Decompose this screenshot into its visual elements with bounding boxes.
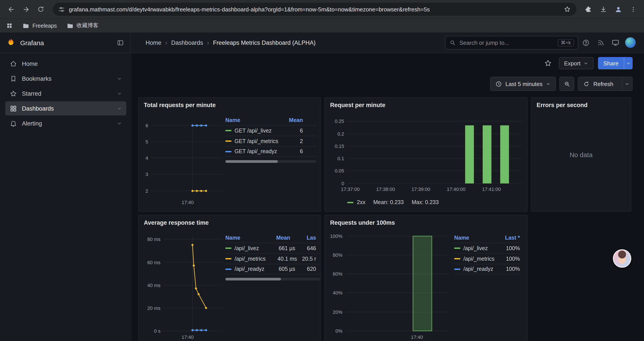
sidebar-item-bookmarks[interactable]: Bookmarks: [5, 72, 126, 86]
refresh-button[interactable]: Refresh: [578, 77, 632, 91]
legend-row[interactable]: GET /api/_readyz 6: [225, 146, 316, 157]
display-icon[interactable]: [608, 35, 623, 50]
folder-icon: [22, 22, 29, 29]
chart-legend[interactable]: 2xx Mean: 0.233 Max: 0.233: [347, 199, 439, 205]
legend-row[interactable]: /api/_livez 661 µs 646: [225, 243, 321, 253]
chevron-down-icon[interactable]: [117, 91, 122, 96]
svg-text:80%: 80%: [333, 252, 342, 258]
column-header-mean[interactable]: Mean: [268, 235, 290, 241]
column-header-mean[interactable]: Mean: [281, 117, 303, 123]
column-header-name[interactable]: Name: [225, 117, 281, 123]
column-header-name[interactable]: Name: [454, 235, 496, 241]
profile-icon[interactable]: [612, 3, 625, 16]
panel-title[interactable]: Total requests per minute: [138, 98, 320, 108]
column-header-last[interactable]: Las: [290, 235, 316, 241]
legend-max: Max: 0.233: [412, 199, 439, 205]
legend-scrollbar[interactable]: [225, 160, 316, 163]
bookmark-folder-freeleaps[interactable]: Freeleaps: [22, 22, 57, 29]
legend-row[interactable]: /api/_readyz 100%: [454, 264, 520, 274]
main-content: Export Share Last 5 minutes: [132, 53, 644, 341]
collapse-sidebar-icon[interactable]: [116, 39, 124, 46]
breadcrumb-dashboards[interactable]: Dashboards: [171, 39, 203, 46]
timeseries-chart[interactable]: 6543217:40: [138, 115, 224, 210]
url-bar[interactable]: grafana.mathmast.com/d/deytv4rwavabkb/fr…: [52, 3, 576, 16]
svg-text:5: 5: [146, 139, 148, 145]
chevron-down-icon[interactable]: [117, 76, 122, 81]
bookmark-star-icon[interactable]: [564, 6, 571, 13]
favorite-star-icon[interactable]: [541, 57, 554, 70]
brand-block: Grafana: [6, 33, 131, 53]
chevron-down-icon[interactable]: [117, 106, 122, 111]
folder-icon: [66, 22, 74, 29]
column-header-name[interactable]: Name: [225, 235, 268, 241]
sidebar-item-label: Starred: [22, 90, 42, 97]
browser-menu-icon[interactable]: [626, 3, 640, 16]
svg-text:0%: 0%: [335, 328, 342, 334]
back-icon[interactable]: [4, 3, 18, 16]
legend-row[interactable]: /api/_metrics 40.1 ms 20.5 r: [225, 253, 321, 264]
url-text[interactable]: grafana.mathmast.com/d/deytv4rwavabkb/fr…: [69, 6, 560, 13]
assistant-avatar[interactable]: [613, 249, 631, 268]
legend-row[interactable]: GET /api/_metrics 2: [225, 136, 316, 146]
panel-title[interactable]: Requests under 100ms: [325, 215, 527, 226]
search-input[interactable]: Search or jump to... ⌘+k: [445, 36, 578, 49]
legend-table: Name Mean GET /api/_livez 6 GET /api/_me…: [225, 115, 316, 163]
legend-row[interactable]: /api/_readyz 605 µs 620: [225, 264, 321, 274]
sidebar-item-home[interactable]: Home: [5, 57, 126, 71]
zoom-out-button[interactable]: [560, 77, 574, 91]
screen: grafana.mathmast.com/d/deytv4rwavabkb/fr…: [0, 0, 644, 341]
sidebar-item-alerting[interactable]: Alerting: [5, 116, 126, 130]
svg-text:40%: 40%: [333, 290, 342, 295]
svg-text:0.05: 0.05: [335, 168, 344, 174]
breadcrumb: Home › Dashboards › Freeleaps Metrics Da…: [146, 39, 316, 46]
sidebar-item-dashboards[interactable]: Dashboards: [5, 101, 126, 115]
breadcrumb-current: Freeleaps Metrics Dashboard (ALPHA): [213, 39, 316, 46]
reload-icon[interactable]: [34, 3, 47, 16]
export-button[interactable]: Export: [559, 57, 594, 69]
scrollbar-thumb[interactable]: [225, 278, 281, 280]
panel-title[interactable]: Request per minute: [325, 98, 527, 108]
legend-row[interactable]: GET /api/_livez 6: [225, 125, 316, 136]
bar-chart[interactable]: 100%80%60%40%20%0%17:40: [325, 233, 452, 341]
downloads-icon[interactable]: [597, 3, 610, 16]
chevron-down-icon[interactable]: [117, 121, 122, 126]
panel-title[interactable]: Average response time: [138, 215, 320, 226]
column-header-last[interactable]: Last *: [496, 235, 520, 241]
series-dash-icon: [454, 258, 460, 259]
news-icon[interactable]: [593, 35, 608, 50]
series-dash-icon: [225, 140, 232, 142]
refresh-label: Refresh: [593, 81, 613, 87]
share-button[interactable]: Share: [598, 57, 632, 69]
bell-icon: [10, 120, 17, 127]
legend-scrollbar[interactable]: [225, 278, 321, 280]
sidebar-item-starred[interactable]: Starred: [5, 87, 126, 101]
legend-table: Name Last * /api/_livez 100% /api/_metri…: [454, 233, 520, 274]
extensions-icon[interactable]: [582, 3, 595, 16]
dashboards-grid-icon: [10, 105, 17, 112]
site-settings-icon[interactable]: [58, 6, 65, 13]
grafana-logo-icon[interactable]: [6, 38, 16, 47]
share-label[interactable]: Share: [598, 57, 624, 69]
bar-chart[interactable]: 0.250.20.150.10.05017:37:0017:38:0017:39…: [325, 115, 524, 197]
series-dash-icon: [225, 258, 232, 259]
legend-row[interactable]: /api/_livez 100%: [454, 243, 520, 253]
legend-series-label[interactable]: 2xx: [357, 199, 366, 205]
series-dash-icon: [225, 151, 232, 152]
grafana-header: Grafana Home › Dashboards › Freeleaps Me…: [0, 33, 644, 53]
legend-row[interactable]: /api/_metrics 100%: [454, 253, 520, 264]
timeseries-chart[interactable]: 80 ms60 ms40 ms20 ms0 s17:40: [138, 233, 224, 341]
bookmark-folder-blogs[interactable]: 收藏博客: [66, 22, 98, 30]
refresh-interval-chevron-icon[interactable]: [622, 77, 632, 90]
export-label: Export: [564, 60, 580, 67]
breadcrumb-home[interactable]: Home: [146, 39, 161, 46]
forward-icon[interactable]: [19, 3, 32, 16]
scrollbar-thumb[interactable]: [225, 160, 278, 163]
svg-text:17:40: 17:40: [411, 334, 423, 340]
apps-grid-icon[interactable]: [6, 22, 13, 29]
share-menu-chevron-icon[interactable]: [624, 57, 632, 69]
help-icon[interactable]: [578, 35, 593, 50]
time-range-picker[interactable]: Last 5 minutes: [490, 77, 556, 91]
org-avatar[interactable]: [623, 35, 638, 50]
series-dash-icon: [454, 247, 460, 249]
sidebar-item-label: Bookmarks: [22, 75, 52, 82]
